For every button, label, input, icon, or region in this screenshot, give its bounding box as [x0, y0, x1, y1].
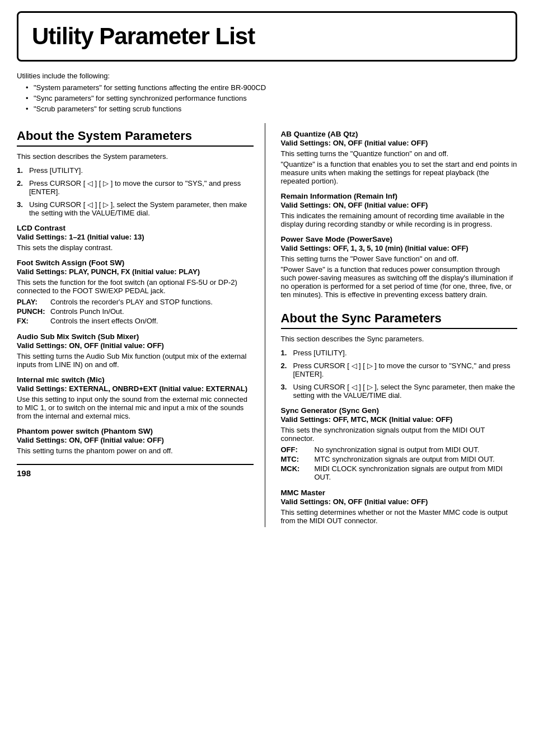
- param-submix-desc: This setting turns the Audio Sub Mix fun…: [17, 352, 254, 369]
- param-foot-name: Foot Switch Assign (Foot SW): [17, 259, 254, 267]
- page-number: 198: [17, 464, 254, 478]
- param-mmc-desc: This setting determines whether or not t…: [281, 508, 518, 525]
- system-section-intro: This section describes the System parame…: [17, 152, 254, 161]
- sync-step-body-2: Press CURSOR [ ◁ ] [ ▷ ] to move the cur…: [293, 361, 518, 378]
- param-phantom-valid: Valid Settings: ON, OFF (Initial value: …: [17, 436, 254, 444]
- table-row: PLAY: Controls the recorder's PLAY and S…: [17, 297, 254, 307]
- table-cell-val: MIDI CLOCK synchronization signals are o…: [315, 464, 518, 482]
- param-powersave-desc-0: This setting turns the "Power Save funct…: [281, 255, 518, 263]
- table-cell-key: PLAY:: [17, 297, 50, 307]
- param-mic-name: Internal mic switch (Mic): [17, 375, 254, 384]
- table-cell-val: No synchronization signal is output from…: [315, 445, 518, 454]
- intro-text: Utilities include the following:: [17, 72, 517, 80]
- param-lcd-contrast: LCD Contrast Valid Settings: 1–21 (Initi…: [17, 224, 254, 252]
- sync-step-num-3: 3.: [281, 383, 293, 400]
- table-cell-key: OFF:: [281, 445, 315, 454]
- sync-step-num-1: 1.: [281, 349, 293, 357]
- param-phantom-desc: This setting turns the phantom power on …: [17, 447, 254, 455]
- intro-list: "System parameters" for setting function…: [17, 83, 517, 113]
- page: Utility Parameter List Utilities include…: [0, 0, 534, 544]
- param-remain-desc: This indicates the remaining amount of r…: [281, 212, 518, 228]
- two-col-layout: About the System Parameters This section…: [17, 123, 517, 527]
- system-step-2: 2. Press CURSOR [ ◁ ] [ ▷ ] to move the …: [17, 179, 254, 196]
- table-cell-val: Controls the insert effects On/Off.: [50, 316, 254, 326]
- param-abqtz-name: AB Quantize (AB Qtz): [281, 130, 518, 138]
- table-cell-key: MTC:: [281, 454, 315, 464]
- param-audio-submix: Audio Sub Mix Switch (Sub Mixer) Valid S…: [17, 332, 254, 369]
- param-powersave-name: Power Save Mode (PowerSave): [281, 235, 518, 243]
- table-cell-val: MTC synchronization signals are output f…: [315, 454, 518, 464]
- param-syncgen-table: OFF: No synchronization signal is output…: [281, 445, 518, 482]
- sync-step-3: 3. Using CURSOR [ ◁ ] [ ▷ ], select the …: [281, 383, 518, 400]
- system-step-1: 1. Press [UTILITY].: [17, 166, 254, 175]
- param-foot-table: PLAY: Controls the recorder's PLAY and S…: [17, 297, 254, 326]
- param-lcd-desc: This sets the display contrast.: [17, 243, 254, 252]
- system-section-heading: About the System Parameters: [17, 129, 254, 147]
- intro-item-2: "Sync parameters" for setting synchroniz…: [26, 94, 517, 102]
- left-column: About the System Parameters This section…: [17, 123, 265, 527]
- table-cell-key: PUNCH:: [17, 307, 50, 316]
- step-body-1: Press [UTILITY].: [29, 166, 254, 175]
- sync-steps: 1. Press [UTILITY]. 2. Press CURSOR [ ◁ …: [281, 349, 518, 400]
- step-num-3: 3.: [17, 200, 29, 217]
- param-mmc-master: MMC Master Valid Settings: ON, OFF (Init…: [281, 489, 518, 525]
- intro-item-1: "System parameters" for setting function…: [26, 83, 517, 92]
- sync-step-body-3: Using CURSOR [ ◁ ] [ ▷ ], select the Syn…: [293, 383, 518, 400]
- step-body-3: Using CURSOR [ ◁ ] [ ▷ ], select the Sys…: [29, 200, 254, 217]
- table-cell-val: Controls Punch In/Out.: [50, 307, 254, 316]
- sync-step-body-1: Press [UTILITY].: [293, 349, 518, 357]
- param-submix-name: Audio Sub Mix Switch (Sub Mixer): [17, 332, 254, 341]
- sync-section-intro: This section describes the Sync paramete…: [281, 335, 518, 343]
- table-row: OFF: No synchronization signal is output…: [281, 445, 518, 454]
- param-foot-desc: This sets the function for the foot swit…: [17, 278, 254, 295]
- table-row: MTC: MTC synchronization signals are out…: [281, 454, 518, 464]
- param-foot-valid: Valid Settings: PLAY, PUNCH, FX (Initial…: [17, 267, 254, 276]
- param-remain-info: Remain Information (Remain Inf) Valid Se…: [281, 192, 518, 228]
- param-phantom-power: Phantom power switch (Phantom SW) Valid …: [17, 427, 254, 455]
- title-box: Utility Parameter List: [17, 11, 517, 62]
- param-sync-gen: Sync Generator (Sync Gen) Valid Settings…: [281, 406, 518, 482]
- table-cell-key: FX:: [17, 316, 50, 326]
- param-mic-valid: Valid Settings: EXTERNAL, ONBRD+EXT (Ini…: [17, 384, 254, 393]
- table-cell-val: Controls the recorder's PLAY and STOP fu…: [50, 297, 254, 307]
- param-syncgen-desc: This sets the synchronization signals ou…: [281, 426, 518, 443]
- param-phantom-name: Phantom power switch (Phantom SW): [17, 427, 254, 435]
- sync-step-1: 1. Press [UTILITY].: [281, 349, 518, 357]
- param-remain-name: Remain Information (Remain Inf): [281, 192, 518, 200]
- param-foot-switch: Foot Switch Assign (Foot SW) Valid Setti…: [17, 259, 254, 326]
- param-ab-quantize: AB Quantize (AB Qtz) Valid Settings: ON,…: [281, 130, 518, 185]
- param-remain-valid: Valid Settings: ON, OFF (Initial value: …: [281, 201, 518, 209]
- table-row: PUNCH: Controls Punch In/Out.: [17, 307, 254, 316]
- param-powersave-desc-1: "Power Save" is a function that reduces …: [281, 265, 518, 299]
- table-cell-key: MCK:: [281, 464, 315, 482]
- sync-step-num-2: 2.: [281, 361, 293, 378]
- sync-section-heading: About the Sync Parameters: [281, 311, 518, 329]
- param-lcd-name: LCD Contrast: [17, 224, 254, 232]
- param-syncgen-valid: Valid Settings: OFF, MTC, MCK (Initial v…: [281, 415, 518, 424]
- system-steps: 1. Press [UTILITY]. 2. Press CURSOR [ ◁ …: [17, 166, 254, 217]
- param-mmc-name: MMC Master: [281, 489, 518, 497]
- step-num-1: 1.: [17, 166, 29, 175]
- step-num-2: 2.: [17, 179, 29, 196]
- param-abqtz-desc-0: This setting turns the "Quantize functio…: [281, 149, 518, 158]
- system-step-3: 3. Using CURSOR [ ◁ ] [ ▷ ], select the …: [17, 200, 254, 217]
- table-row: FX: Controls the insert effects On/Off.: [17, 316, 254, 326]
- param-mmc-valid: Valid Settings: ON, OFF (Initial value: …: [281, 497, 518, 506]
- param-abqtz-valid: Valid Settings: ON, OFF (Initial value: …: [281, 139, 518, 147]
- table-row: MCK: MIDI CLOCK synchronization signals …: [281, 464, 518, 482]
- page-title: Utility Parameter List: [32, 23, 502, 50]
- param-submix-valid: Valid Settings: ON, OFF (Initial value: …: [17, 341, 254, 350]
- param-lcd-valid: Valid Settings: 1–21 (Initial value: 13): [17, 233, 254, 241]
- param-mic-desc: Use this setting to input only the sound…: [17, 395, 254, 420]
- right-column: AB Quantize (AB Qtz) Valid Settings: ON,…: [279, 123, 518, 527]
- param-power-save: Power Save Mode (PowerSave) Valid Settin…: [281, 235, 518, 299]
- param-internal-mic: Internal mic switch (Mic) Valid Settings…: [17, 375, 254, 420]
- intro-item-3: "Scrub parameters" for setting scrub fun…: [26, 105, 517, 113]
- step-body-2: Press CURSOR [ ◁ ] [ ▷ ] to move the cur…: [29, 179, 254, 196]
- sync-step-2: 2. Press CURSOR [ ◁ ] [ ▷ ] to move the …: [281, 361, 518, 378]
- param-syncgen-name: Sync Generator (Sync Gen): [281, 406, 518, 415]
- param-abqtz-desc-1: "Quantize" is a function that enables yo…: [281, 160, 518, 185]
- param-powersave-valid: Valid Settings: OFF, 1, 3, 5, 10 (min) (…: [281, 244, 518, 252]
